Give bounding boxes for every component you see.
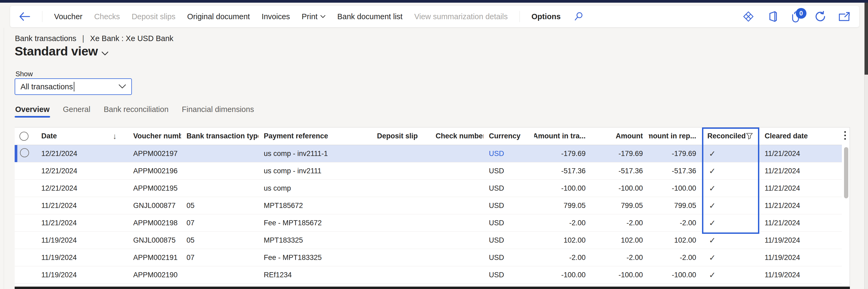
cell-currency[interactable]: USD — [484, 236, 534, 244]
toolbar-item-view-summarization-details: View summarization details — [414, 12, 508, 21]
cell-amount_tx: -100.00 — [534, 271, 591, 279]
open-in-new-window-button[interactable] — [838, 11, 850, 22]
toolbar-item-label: Print — [302, 12, 317, 21]
back-button[interactable] — [18, 11, 30, 22]
grid-horizontal-scrollbar[interactable] — [14, 287, 850, 289]
table-row[interactable]: 11/19/2024GNJL00087505MPT183325USD102.00… — [14, 232, 842, 249]
grid-more-options-button[interactable] — [844, 131, 846, 140]
cell-currency[interactable]: USD — [484, 184, 534, 193]
toolbar-item-checks: Checks — [94, 12, 120, 21]
table-row[interactable]: 11/21/2024GNJL00087705MPT185672USD799.05… — [14, 197, 842, 214]
column-label: Amount in rep... — [649, 132, 696, 140]
cell-amount_rep: 799.05 — [649, 202, 702, 210]
tab-bank-reconciliation[interactable]: Bank reconciliation — [103, 104, 169, 119]
attachments-button[interactable]: 0 — [790, 11, 802, 22]
cell-currency[interactable]: USD — [484, 167, 534, 175]
cell-type: 05 — [181, 236, 258, 244]
cell-reconciled: ✓ — [702, 184, 759, 193]
cell-voucher: APPM002196 — [128, 167, 181, 175]
column-label: Reconciled — [707, 132, 746, 140]
column-label: Amount in tra... — [534, 132, 586, 140]
tab-overview[interactable]: Overview — [14, 104, 50, 119]
toolbar-item-label: Bank document list — [337, 12, 403, 21]
page-scrollbar-thumb[interactable] — [865, 3, 868, 75]
cell-type: 07 — [181, 219, 258, 227]
tab-financial-dimensions[interactable]: Financial dimensions — [181, 104, 255, 119]
toolbar-item-label: Checks — [94, 12, 120, 21]
cell-currency[interactable]: USD — [484, 271, 534, 279]
column-header-amount_tx[interactable]: Amount in tra... — [534, 127, 591, 145]
table-row[interactable]: 11/19/2024APPM002190REf1234USD-100.00-10… — [14, 266, 842, 284]
select-all-radio[interactable] — [20, 132, 29, 141]
cell-amount_rep: -100.00 — [649, 271, 702, 279]
toolbar-item-label: Invoices — [261, 12, 290, 21]
cell-voucher: APPM002197 — [128, 150, 181, 158]
grid-vertical-scrollbar[interactable] — [844, 147, 848, 198]
table-row[interactable]: 12/21/2024APPM002197us comp - inv2111-1U… — [14, 145, 842, 162]
text-cursor — [74, 82, 74, 91]
cell-currency[interactable]: USD — [484, 254, 534, 262]
breadcrumb-bank-transactions[interactable]: Bank transactions — [15, 34, 76, 43]
cell-date: 11/19/2024 — [36, 271, 128, 279]
show-transactions-combobox[interactable]: All transactions — [14, 78, 132, 95]
chevron-down-icon — [119, 84, 126, 89]
toolbar-item-original-document[interactable]: Original document — [187, 12, 250, 21]
cell-amount_tx: -2.00 — [534, 254, 591, 262]
column-header-type[interactable]: Bank transaction type — [181, 127, 258, 145]
column-header-reconciled[interactable]: Reconciled — [702, 127, 759, 145]
filter-funnel-icon[interactable] — [746, 133, 753, 140]
cell-currency[interactable]: USD — [484, 219, 534, 227]
nav-edge-divider — [4, 28, 4, 289]
cell-payref: Fee - MPT183325 — [258, 254, 372, 262]
toolbar-item-bank-document-list[interactable]: Bank document list — [337, 12, 403, 21]
cell-reconciled: ✓ — [702, 166, 759, 176]
cell-amount_rep: -2.00 — [649, 219, 702, 227]
cell-payref: us comp — [258, 184, 372, 193]
cell-reconciled: ✓ — [702, 253, 759, 262]
breadcrumb-separator: | — [82, 34, 85, 43]
column-header-voucher[interactable]: Voucher number — [128, 127, 181, 145]
dynamics-views-button[interactable] — [743, 11, 754, 22]
cell-currency[interactable]: USD — [484, 150, 534, 158]
cell-amount_tx: -100.00 — [534, 184, 591, 193]
column-header-check[interactable]: Check number — [430, 127, 484, 145]
toolbar-item-voucher[interactable]: Voucher — [54, 12, 82, 21]
page-title: Standard view — [14, 44, 98, 58]
column-header-amount_rep[interactable]: Amount in rep... — [649, 127, 702, 145]
toolbar-item-label: Voucher — [54, 12, 82, 21]
tab-general[interactable]: General — [62, 104, 91, 119]
toolbar-item-print[interactable]: Print — [302, 12, 326, 21]
options-button[interactable]: Options — [531, 12, 561, 21]
open-in-new-window-icon — [838, 11, 850, 22]
column-header-cleared[interactable]: Cleared date — [759, 127, 842, 145]
cell-amount_tx: -179.69 — [534, 150, 591, 158]
toolbar-item-invoices[interactable]: Invoices — [261, 12, 290, 21]
row-select-radio[interactable] — [20, 148, 29, 157]
office-apps-button[interactable] — [767, 11, 778, 22]
refresh-button[interactable] — [814, 11, 826, 22]
back-arrow-icon — [20, 13, 30, 20]
cell-voucher: APPM002195 — [128, 184, 181, 193]
toolbar-item-label: View summarization details — [414, 12, 508, 21]
refresh-icon — [814, 11, 826, 22]
column-header-payref[interactable]: Payment reference — [258, 127, 372, 145]
reconciled-check-icon: ✓ — [707, 201, 716, 210]
reconciled-check-icon: ✓ — [707, 219, 716, 227]
search-button[interactable] — [574, 12, 584, 21]
cell-currency[interactable]: USD — [484, 202, 534, 210]
column-header-amount[interactable]: Amount — [591, 127, 649, 145]
view-selector[interactable]: Standard view — [14, 44, 108, 58]
cell-payref: MPT183325 — [258, 236, 372, 244]
column-header-currency[interactable]: Currency — [484, 127, 534, 145]
table-row[interactable]: 12/21/2024APPM002196us comp - inv2111USD… — [14, 162, 842, 180]
cell-reconciled: ✓ — [702, 218, 759, 228]
table-row[interactable]: 11/21/2024APPM00219807Fee - MPT185672USD… — [14, 214, 842, 232]
cell-cleared: 11/21/2024 — [759, 167, 842, 175]
select-all-header[interactable] — [14, 127, 36, 145]
table-row[interactable]: 12/21/2024APPM002195us compUSD-100.00-10… — [14, 180, 842, 197]
column-header-date[interactable]: Date↓ — [36, 127, 128, 145]
table-row[interactable]: 11/19/2024APPM00219107Fee - MPT183325USD… — [14, 249, 842, 266]
breadcrumb-bank-account[interactable]: Xe Bank : Xe USD Bank — [90, 34, 174, 43]
cell-cleared: 11/19/2024 — [759, 271, 842, 279]
column-header-deposit[interactable]: Deposit slip — [372, 127, 430, 145]
